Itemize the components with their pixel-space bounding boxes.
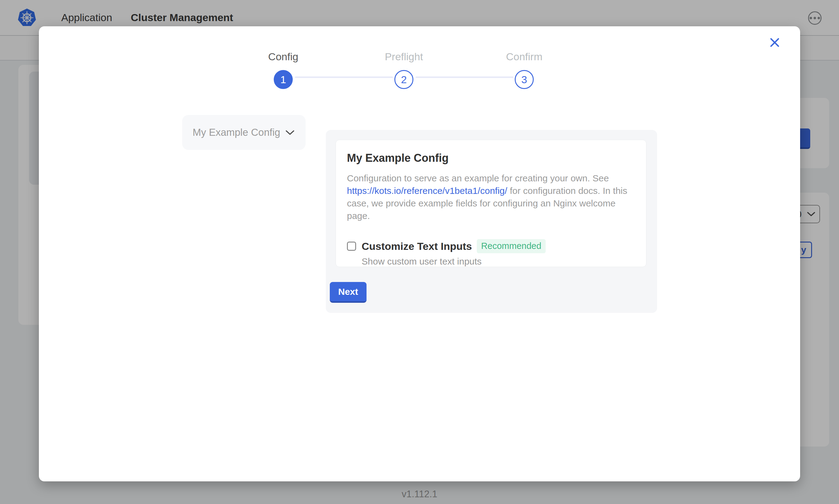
close-icon[interactable] bbox=[767, 35, 782, 50]
config-wizard-modal: Config 1 Preflight 2 Confirm 3 My Exampl… bbox=[39, 26, 800, 481]
description-text: Configuration to serve as an example for… bbox=[347, 173, 609, 183]
step-label: Confirm bbox=[478, 51, 570, 63]
config-group-selector-label: My Example Config bbox=[193, 127, 280, 138]
step-number-badge: 1 bbox=[274, 70, 293, 89]
next-button[interactable]: Next bbox=[330, 282, 366, 303]
step-label: Config bbox=[237, 51, 329, 63]
config-group-description: Configuration to serve as an example for… bbox=[347, 172, 636, 222]
customize-text-inputs-checkbox[interactable] bbox=[347, 241, 356, 251]
step-number-badge: 3 bbox=[515, 70, 534, 89]
customize-text-inputs-row: Customize Text Inputs Recommended bbox=[347, 239, 635, 253]
step-label: Preflight bbox=[358, 51, 450, 63]
stepper-connector bbox=[295, 76, 393, 78]
config-group-title: My Example Config bbox=[347, 152, 635, 164]
customize-text-inputs-help-text: Show custom user text inputs bbox=[362, 256, 635, 267]
config-section-panel: My Example Config Configuration to serve… bbox=[326, 130, 657, 313]
config-group-card: My Example Config Configuration to serve… bbox=[336, 140, 646, 267]
stepper-step-config: Config 1 bbox=[237, 51, 329, 89]
customize-text-inputs-label[interactable]: Customize Text Inputs bbox=[362, 240, 472, 252]
config-docs-link[interactable]: https://kots.io/reference/v1beta1/config… bbox=[347, 186, 508, 196]
stepper-step-confirm: Confirm 3 bbox=[478, 51, 570, 89]
stepper-step-preflight: Preflight 2 bbox=[358, 51, 450, 89]
chevron-down-icon bbox=[286, 130, 294, 135]
stepper-connector bbox=[415, 76, 514, 78]
step-number-badge: 2 bbox=[394, 70, 413, 89]
config-group-selector[interactable]: My Example Config bbox=[182, 115, 306, 150]
recommended-badge: Recommended bbox=[477, 239, 546, 253]
